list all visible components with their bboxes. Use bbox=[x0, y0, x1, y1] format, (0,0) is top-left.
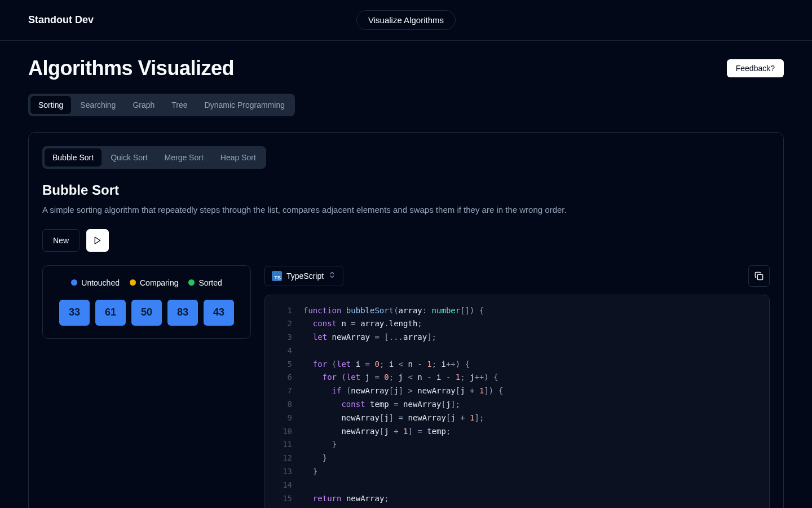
code-line: 7 if (newArray[j] > newArray[j + 1]) { bbox=[275, 384, 759, 398]
code-toolbar: TS TypeScript bbox=[264, 265, 770, 287]
columns: Untouched Comparing Sorted 3361508343 bbox=[42, 265, 770, 509]
line-number: 2 bbox=[275, 317, 292, 331]
code-line: 10 newArray[j + 1] = temp; bbox=[275, 425, 759, 439]
line-number: 8 bbox=[275, 398, 292, 411]
array-row: 3361508343 bbox=[55, 300, 238, 326]
code-content: return newArray; bbox=[303, 492, 389, 506]
copy-button[interactable] bbox=[748, 265, 770, 287]
array-cell: 50 bbox=[131, 300, 162, 326]
code-line: 1function bubbleSort(array: number[]) { bbox=[275, 304, 759, 318]
line-number: 9 bbox=[275, 411, 292, 425]
line-number: 12 bbox=[275, 452, 292, 465]
subtab-merge-sort[interactable]: Merge Sort bbox=[157, 148, 211, 167]
tab-sorting[interactable]: Sorting bbox=[30, 96, 71, 114]
legend-sorted-label: Sorted bbox=[198, 278, 222, 287]
code-line: 14 bbox=[275, 479, 759, 492]
code-content: } bbox=[303, 438, 337, 452]
code-content: for (let j = 0; j < n - i - 1; j++) { bbox=[303, 371, 498, 384]
copy-icon bbox=[754, 271, 764, 281]
legend-comparing-label: Comparing bbox=[140, 278, 178, 287]
controls-row: New bbox=[42, 229, 770, 252]
site-header: Standout Dev Visualize Algorithms bbox=[0, 0, 812, 41]
legend-untouched-label: Untouched bbox=[81, 278, 120, 287]
code-content: let newArray = [...array]; bbox=[303, 331, 436, 344]
new-array-button[interactable]: New bbox=[42, 229, 80, 252]
algorithm-tabs: Bubble SortQuick SortMerge SortHeap Sort bbox=[42, 146, 266, 169]
nav-visualize-algorithms[interactable]: Visualize Algorithms bbox=[356, 10, 456, 30]
legend-comparing: Comparing bbox=[130, 278, 178, 287]
code-content: for (let i = 0; i < n - 1; i++) { bbox=[303, 358, 470, 371]
subtab-heap-sort[interactable]: Heap Sort bbox=[213, 148, 264, 167]
svg-rect-1 bbox=[757, 274, 762, 279]
code-line: 13 } bbox=[275, 465, 759, 479]
algorithm-title: Bubble Sort bbox=[42, 182, 770, 198]
visualization-panel: Untouched Comparing Sorted 3361508343 bbox=[42, 265, 251, 339]
legend-sorted: Sorted bbox=[188, 278, 222, 287]
tab-dynamic-programming[interactable]: Dynamic Programming bbox=[197, 96, 293, 114]
code-line: 3 let newArray = [...array]; bbox=[275, 331, 759, 344]
algorithm-card: Bubble SortQuick SortMerge SortHeap Sort… bbox=[28, 132, 784, 508]
code-content: const n = array.length; bbox=[303, 317, 422, 331]
code-content: } bbox=[303, 465, 317, 479]
array-cell: 61 bbox=[95, 300, 126, 326]
tab-tree[interactable]: Tree bbox=[164, 96, 195, 114]
code-line: 11 } bbox=[275, 438, 759, 452]
typescript-icon: TS bbox=[272, 271, 282, 281]
line-number: 14 bbox=[275, 479, 292, 492]
code-content: newArray[j] = newArray[j + 1]; bbox=[303, 411, 484, 425]
legend: Untouched Comparing Sorted bbox=[55, 278, 238, 287]
code-content: } bbox=[303, 452, 327, 465]
array-cell: 33 bbox=[59, 300, 90, 326]
line-number: 1 bbox=[275, 304, 292, 318]
line-number: 3 bbox=[275, 331, 292, 344]
code-content: const temp = newArray[j]; bbox=[303, 398, 460, 411]
line-number: 7 bbox=[275, 384, 292, 398]
line-number: 4 bbox=[275, 344, 292, 358]
code-line: 12 } bbox=[275, 452, 759, 465]
chevron-up-down-icon bbox=[328, 271, 336, 281]
line-number: 5 bbox=[275, 358, 292, 371]
legend-untouched: Untouched bbox=[71, 278, 120, 287]
category-tabs: SortingSearchingGraphTreeDynamic Program… bbox=[28, 94, 295, 116]
line-number: 11 bbox=[275, 438, 292, 452]
title-row: Algorithms Visualized Feedback? bbox=[28, 56, 784, 80]
language-select[interactable]: TS TypeScript bbox=[264, 266, 343, 286]
line-number: 13 bbox=[275, 465, 292, 479]
language-label: TypeScript bbox=[286, 271, 324, 281]
code-line: 8 const temp = newArray[j]; bbox=[275, 398, 759, 411]
code-content: function bubbleSort(array: number[]) { bbox=[303, 304, 484, 318]
svg-marker-0 bbox=[95, 237, 100, 244]
subtab-bubble-sort[interactable]: Bubble Sort bbox=[45, 148, 102, 167]
brand-logo[interactable]: Standout Dev bbox=[28, 14, 94, 26]
tab-graph[interactable]: Graph bbox=[125, 96, 162, 114]
code-content: newArray[j + 1] = temp; bbox=[303, 425, 451, 439]
dot-blue-icon bbox=[71, 279, 77, 286]
code-content: if (newArray[j] > newArray[j + 1]) { bbox=[303, 384, 503, 398]
code-line: 4 bbox=[275, 344, 759, 358]
algorithm-description: A simple sorting algorithm that repeated… bbox=[42, 204, 770, 217]
tab-searching[interactable]: Searching bbox=[72, 96, 123, 114]
dot-green-icon bbox=[188, 279, 195, 286]
code-line: 6 for (let j = 0; j < n - i - 1; j++) { bbox=[275, 371, 759, 384]
code-line: 5 for (let i = 0; i < n - 1; i++) { bbox=[275, 358, 759, 371]
line-number: 15 bbox=[275, 492, 292, 506]
array-cell: 43 bbox=[204, 300, 234, 326]
code-block: 1function bubbleSort(array: number[]) {2… bbox=[264, 295, 770, 509]
code-panel: TS TypeScript 1function bubbleSort(array… bbox=[264, 265, 770, 509]
code-line: 9 newArray[j] = newArray[j + 1]; bbox=[275, 411, 759, 425]
code-line: 15 return newArray; bbox=[275, 492, 759, 506]
play-icon bbox=[93, 236, 102, 245]
main-content: Algorithms Visualized Feedback? SortingS… bbox=[0, 41, 812, 508]
subtab-quick-sort[interactable]: Quick Sort bbox=[103, 148, 155, 167]
array-cell: 83 bbox=[167, 300, 198, 326]
page-title: Algorithms Visualized bbox=[28, 56, 234, 80]
dot-yellow-icon bbox=[130, 279, 136, 286]
code-line: 2 const n = array.length; bbox=[275, 317, 759, 331]
line-number: 10 bbox=[275, 425, 292, 439]
play-button[interactable] bbox=[86, 229, 109, 252]
line-number: 6 bbox=[275, 371, 292, 384]
feedback-button[interactable]: Feedback? bbox=[727, 59, 784, 77]
